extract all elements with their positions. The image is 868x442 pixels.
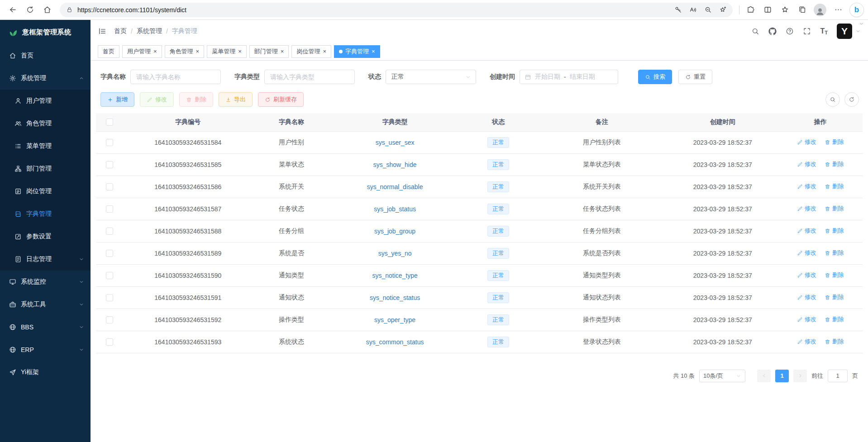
page-size-select[interactable]: 10条/页 xyxy=(699,370,745,382)
row-delete-button[interactable]: 删除 xyxy=(825,271,844,279)
close-icon[interactable]: × xyxy=(281,48,284,54)
close-icon[interactable]: × xyxy=(238,48,242,54)
row-delete-button[interactable]: 删除 xyxy=(825,160,844,168)
close-icon[interactable]: × xyxy=(323,48,326,54)
row-delete-button[interactable]: 删除 xyxy=(825,249,844,257)
row-checkbox[interactable] xyxy=(106,161,113,168)
sidebar-item-role[interactable]: 角色管理 xyxy=(0,112,91,135)
browser-home-button[interactable] xyxy=(39,2,55,18)
tab-6[interactable]: 字典管理× xyxy=(334,45,380,58)
help-icon[interactable] xyxy=(786,27,794,35)
extensions-button[interactable] xyxy=(742,2,758,18)
row-edit-button[interactable]: 修改 xyxy=(797,227,816,235)
edit-button[interactable]: 修改 xyxy=(140,92,174,107)
breadcrumb-item[interactable]: 首页 xyxy=(114,27,127,35)
bing-button[interactable]: b xyxy=(850,3,863,17)
tab-3[interactable]: 菜单管理× xyxy=(207,45,247,58)
address-bar[interactable]: https://ccnetcore.com:1101/system/dict xyxy=(60,3,733,17)
dict-type-link[interactable]: sys_common_status xyxy=(366,338,424,346)
dict-name-input[interactable] xyxy=(130,70,221,84)
settings-menu-button[interactable] xyxy=(830,2,846,18)
sidebar-item-tools[interactable]: 系统工具 xyxy=(0,293,91,316)
app-logo[interactable]: 意框架管理系统 xyxy=(0,20,91,44)
row-edit-button[interactable]: 修改 xyxy=(797,293,816,301)
goto-page-input[interactable] xyxy=(828,370,848,382)
add-button[interactable]: 新增 xyxy=(100,92,134,107)
close-icon[interactable]: × xyxy=(153,48,157,54)
sidebar-item-config[interactable]: 参数设置 xyxy=(0,225,91,248)
user-menu[interactable]: Y xyxy=(837,24,861,39)
dict-type-link[interactable]: sys_job_status xyxy=(374,205,416,213)
split-screen-button[interactable] xyxy=(759,2,776,18)
sidebar-item-yi[interactable]: Yi框架 xyxy=(0,361,91,384)
sidebar-collapse-caret[interactable] xyxy=(858,21,864,27)
dict-type-link[interactable]: sys_normal_disable xyxy=(367,183,423,190)
refresh-table-button[interactable] xyxy=(844,92,859,107)
search-button[interactable]: 搜索 xyxy=(638,70,672,84)
dict-type-link[interactable]: sys_notice_status xyxy=(370,294,420,301)
row-edit-button[interactable]: 修改 xyxy=(797,271,816,279)
row-edit-button[interactable]: 修改 xyxy=(797,204,816,213)
current-page-button[interactable]: 1 xyxy=(775,370,789,382)
dict-type-link[interactable]: sys_user_sex xyxy=(376,139,415,146)
tab-4[interactable]: 部门管理× xyxy=(249,45,289,58)
password-icon[interactable] xyxy=(673,6,683,14)
row-checkbox[interactable] xyxy=(106,139,113,146)
prev-page-button[interactable] xyxy=(757,370,771,382)
tab-0[interactable]: 首页 xyxy=(98,45,119,58)
dict-type-link[interactable]: sys_notice_type xyxy=(372,272,417,279)
toggle-search-button[interactable] xyxy=(825,92,840,107)
row-checkbox[interactable] xyxy=(106,250,113,257)
fullscreen-icon[interactable] xyxy=(803,27,811,35)
add-favorite-icon[interactable] xyxy=(718,6,728,14)
url-text[interactable]: https://ccnetcore.com:1101/system/dict xyxy=(77,6,668,14)
row-delete-button[interactable]: 删除 xyxy=(825,293,844,301)
close-icon[interactable]: × xyxy=(372,48,375,54)
collections-button[interactable] xyxy=(794,2,810,18)
sidebar-item-user[interactable]: 用户管理 xyxy=(0,90,91,112)
delete-button[interactable]: 删除 xyxy=(179,92,213,107)
row-delete-button[interactable]: 删除 xyxy=(825,138,844,146)
tab-5[interactable]: 岗位管理× xyxy=(291,45,331,58)
tab-1[interactable]: 用户管理× xyxy=(122,45,162,58)
row-delete-button[interactable]: 删除 xyxy=(825,182,844,190)
sidebar-item-post[interactable]: 岗位管理 xyxy=(0,180,91,203)
row-checkbox[interactable] xyxy=(106,205,113,213)
tab-2[interactable]: 角色管理× xyxy=(165,45,205,58)
refresh-cache-button[interactable]: 刷新缓存 xyxy=(258,92,304,107)
row-delete-button[interactable]: 删除 xyxy=(825,204,844,213)
row-checkbox[interactable] xyxy=(106,338,113,346)
dict-type-link[interactable]: sys_oper_type xyxy=(374,316,415,323)
github-icon[interactable] xyxy=(768,27,777,35)
sidebar-item-erp[interactable]: ERP xyxy=(0,338,91,361)
browser-refresh-button[interactable] xyxy=(22,2,38,18)
header-search-icon[interactable] xyxy=(751,27,759,35)
export-button[interactable]: 导出 xyxy=(219,92,253,107)
sidebar-item-menu[interactable]: 菜单管理 xyxy=(0,135,91,157)
dict-type-link[interactable]: sys_job_group xyxy=(374,228,415,235)
row-edit-button[interactable]: 修改 xyxy=(797,160,816,168)
sidebar-item-dept[interactable]: 部门管理 xyxy=(0,157,91,180)
browser-profile-avatar[interactable] xyxy=(814,4,826,16)
row-edit-button[interactable]: 修改 xyxy=(797,249,816,257)
read-aloud-icon[interactable] xyxy=(688,6,698,14)
close-icon[interactable]: × xyxy=(196,48,200,54)
sidebar-item-bbs[interactable]: BBS xyxy=(0,316,91,338)
select-all-checkbox[interactable] xyxy=(106,119,113,126)
row-delete-button[interactable]: 删除 xyxy=(825,337,844,346)
status-select[interactable]: 正常 xyxy=(386,70,476,84)
row-delete-button[interactable]: 删除 xyxy=(825,227,844,235)
row-edit-button[interactable]: 修改 xyxy=(797,182,816,190)
dict-type-link[interactable]: sys_show_hide xyxy=(373,161,417,168)
row-edit-button[interactable]: 修改 xyxy=(797,337,816,346)
row-checkbox[interactable] xyxy=(106,228,113,235)
row-delete-button[interactable]: 删除 xyxy=(825,315,844,323)
sidebar-item-system[interactable]: 系统管理 xyxy=(0,67,91,90)
reset-button[interactable]: 重置 xyxy=(678,70,712,84)
row-checkbox[interactable] xyxy=(106,183,113,190)
dict-type-link[interactable]: sys_yes_no xyxy=(378,250,412,257)
zoom-icon[interactable] xyxy=(703,6,713,14)
sidebar-toggle-icon[interactable] xyxy=(98,27,107,36)
sidebar-item-dict[interactable]: 字典管理 xyxy=(0,203,91,225)
row-checkbox[interactable] xyxy=(106,294,113,301)
